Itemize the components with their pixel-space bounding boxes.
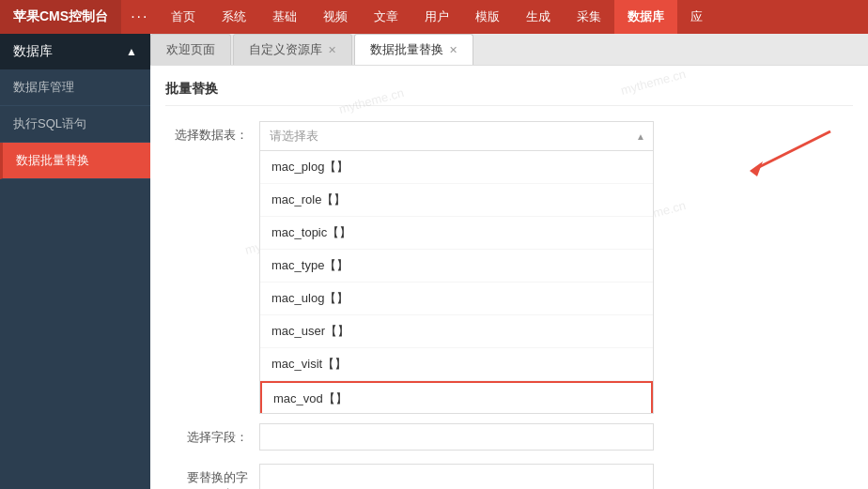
content-area: 欢迎页面 自定义资源库 ✕ 数据批量替换 ✕ mytheme.cn mythem… [150, 34, 868, 489]
input-field-select[interactable] [259, 423, 654, 451]
nav-item-app[interactable]: 应 [677, 0, 716, 34]
nav-item-user[interactable]: 用户 [411, 0, 462, 34]
tab-close-custom-resources[interactable]: ✕ [328, 44, 336, 56]
nav-item-basic[interactable]: 基础 [259, 0, 310, 34]
field-table-select: 请选择表 ▲ mac_plog【】 mac_role【】 mac_ [259, 121, 729, 151]
input-replace-field[interactable] [259, 464, 654, 489]
form-row-table-select: 选择数据表： 请选择表 ▲ mac_plog【】 [165, 121, 853, 151]
sidebar-item-sql[interactable]: 执行SQL语句 [0, 106, 150, 143]
tab-batch-replace[interactable]: 数据批量替换 ✕ [354, 34, 473, 65]
section-title: 批量替换 [165, 81, 853, 106]
sidebar: 数据库 ▲ 数据库管理 执行SQL语句 数据批量替换 [0, 34, 150, 489]
sidebar-collapse-arrow[interactable]: ▲ [126, 45, 137, 58]
field-replace-field [259, 464, 729, 489]
nav-item-generate[interactable]: 生成 [513, 0, 564, 34]
select-arrow-icon: ▲ [636, 131, 645, 142]
nav-items: 首页 系统 基础 视频 文章 用户 模版 生成 采集 数据库 应 [158, 0, 716, 34]
dropdown-item-mac-visit[interactable]: mac_visit【】 [260, 348, 653, 381]
main-layout: 数据库 ▲ 数据库管理 执行SQL语句 数据批量替换 欢迎页面 自定义资源库 ✕… [0, 34, 868, 489]
nav-dots: ··· [121, 8, 158, 25]
dropdown-item-mac-plog[interactable]: mac_plog【】 [260, 151, 653, 184]
nav-item-home[interactable]: 首页 [158, 0, 209, 34]
dropdown-item-mac-user[interactable]: mac_user【】 [260, 315, 653, 348]
label-replace-field: 要替换的字段： [165, 464, 259, 489]
tab-close-batch-replace[interactable]: ✕ [449, 44, 457, 56]
nav-item-collect[interactable]: 采集 [564, 0, 614, 34]
tab-custom-resources[interactable]: 自定义资源库 ✕ [233, 34, 352, 65]
nav-item-system[interactable]: 系统 [209, 0, 259, 34]
top-navigation: 苹果CMS控制台 ··· 首页 系统 基础 视频 文章 用户 模版 生成 采集 … [0, 0, 868, 34]
tabs-bar: 欢迎页面 自定义资源库 ✕ 数据批量替换 ✕ [150, 34, 868, 66]
form-row-replace-field: 要替换的字段： [165, 464, 853, 489]
dropdown-table-list[interactable]: mac_plog【】 mac_role【】 mac_topic【】 mac_ty… [259, 151, 654, 414]
nav-item-template[interactable]: 模版 [462, 0, 513, 34]
nav-item-video[interactable]: 视频 [310, 0, 361, 34]
nav-item-article[interactable]: 文章 [361, 0, 411, 34]
label-table-select: 选择数据表： [165, 121, 259, 144]
sidebar-header: 数据库 ▲ [0, 34, 150, 69]
dropdown-item-mac-vod[interactable]: mac_vod【】 [260, 381, 653, 414]
app-brand: 苹果CMS控制台 [0, 0, 121, 34]
dropdown-item-mac-topic[interactable]: mac_topic【】 [260, 217, 653, 250]
form-row-field-select: 选择字段： [165, 423, 853, 451]
select-display-table[interactable]: 请选择表 ▲ [260, 122, 653, 150]
svg-marker-1 [750, 161, 763, 176]
tab-welcome[interactable]: 欢迎页面 [150, 34, 231, 65]
field-field-select [259, 423, 729, 451]
sidebar-item-db-manage[interactable]: 数据库管理 [0, 69, 150, 106]
nav-item-database[interactable]: 数据库 [614, 0, 677, 34]
dropdown-item-mac-type[interactable]: mac_type【】 [260, 250, 653, 283]
select-table[interactable]: 请选择表 ▲ [259, 121, 654, 151]
label-field-select: 选择字段： [165, 423, 259, 446]
dropdown-item-mac-ulog[interactable]: mac_ulog【】 [260, 283, 653, 315]
dropdown-item-mac-role[interactable]: mac_role【】 [260, 184, 653, 217]
page-content: mytheme.cn mytheme.cn mytheme.cn mytheme… [150, 66, 868, 489]
sidebar-item-batch-replace[interactable]: 数据批量替换 [0, 143, 150, 179]
